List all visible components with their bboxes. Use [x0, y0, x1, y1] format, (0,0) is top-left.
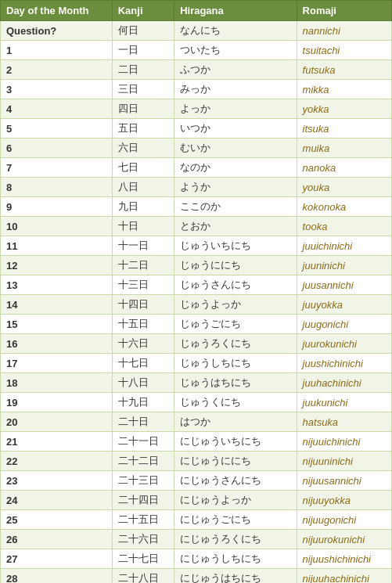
table-row: 22二十二日にじゅうににちnijuuninichi: [1, 452, 392, 471]
cell-romaji: nijuurokunichi: [297, 530, 391, 549]
table-row: 14十四日じゅうよっかjuuyokka: [1, 295, 392, 315]
cell-day: 13: [1, 275, 113, 295]
header-romaji: Romaji: [297, 1, 391, 21]
cell-kanji: 何日: [112, 21, 174, 41]
cell-hiragana: じゅうはちにち: [174, 373, 297, 393]
table-row: 25二十五日にじゅうごにちnijuugonichi: [1, 510, 392, 530]
cell-hiragana: じゅうごにち: [174, 315, 297, 334]
cell-romaji: mikka: [297, 80, 391, 99]
cell-day: 1: [1, 41, 113, 60]
cell-romaji: yokka: [297, 99, 391, 119]
header-hiragana: Hiragana: [174, 1, 297, 21]
cell-kanji: 七日: [112, 158, 174, 178]
cell-romaji: tooka: [297, 217, 391, 236]
table-row: 26二十六日にじゅうろくにちnijuurokunichi: [1, 530, 392, 549]
cell-kanji: 八日: [112, 178, 174, 197]
cell-kanji: 十六日: [112, 334, 174, 354]
cell-romaji: hatsuka: [297, 412, 391, 432]
table-row: 15十五日じゅうごにちjuugonichi: [1, 315, 392, 334]
cell-hiragana: じゅうににち: [174, 256, 297, 275]
cell-hiragana: じゅうしちにち: [174, 354, 297, 373]
cell-romaji: nannichi: [297, 21, 391, 41]
cell-romaji: nijuuyokka: [297, 491, 391, 510]
cell-kanji: 二十五日: [112, 510, 174, 530]
cell-kanji: 十二日: [112, 256, 174, 275]
cell-hiragana: じゅうさんにち: [174, 275, 297, 295]
cell-kanji: 九日: [112, 197, 174, 217]
cell-day: 2: [1, 60, 113, 80]
cell-hiragana: じゅういちにち: [174, 236, 297, 256]
cell-day: 20: [1, 412, 113, 432]
cell-hiragana: じゅうろくにち: [174, 334, 297, 354]
cell-day: 14: [1, 295, 113, 315]
cell-romaji: futsuka: [297, 60, 391, 80]
cell-day: 11: [1, 236, 113, 256]
cell-hiragana: はつか: [174, 412, 297, 432]
cell-day: 27: [1, 549, 113, 569]
table-header-row: Day of the Month Kanji Hiragana Romaji: [1, 1, 392, 21]
table-row: 23二十三日にじゅうさんにちnijuusannichi: [1, 471, 392, 491]
cell-kanji: 十九日: [112, 393, 174, 412]
cell-day: 16: [1, 334, 113, 354]
cell-hiragana: ふつか: [174, 60, 297, 80]
table-row: 18十八日じゅうはちにちjuuhachinichi: [1, 373, 392, 393]
table-row: 5五日いつかitsuka: [1, 119, 392, 139]
cell-romaji: juukunichi: [297, 393, 391, 412]
cell-kanji: 十四日: [112, 295, 174, 315]
cell-romaji: juusannichi: [297, 275, 391, 295]
cell-day: 18: [1, 373, 113, 393]
cell-kanji: 五日: [112, 119, 174, 139]
table-row: 3三日みっかmikka: [1, 80, 392, 99]
cell-day: 23: [1, 471, 113, 491]
cell-romaji: kokonoka: [297, 197, 391, 217]
cell-hiragana: なのか: [174, 158, 297, 178]
cell-day: Question?: [1, 21, 113, 41]
table-row: 20二十日はつかhatsuka: [1, 412, 392, 432]
cell-kanji: 六日: [112, 139, 174, 158]
cell-day: 7: [1, 158, 113, 178]
cell-romaji: juurokunichi: [297, 334, 391, 354]
table-row: 28二十八日にじゅうはちにちnijuuhachinichi: [1, 569, 392, 584]
table-row: 7七日なのかnanoka: [1, 158, 392, 178]
table-row: 11十一日じゅういちにちjuuichinichi: [1, 236, 392, 256]
cell-day: 12: [1, 256, 113, 275]
cell-day: 25: [1, 510, 113, 530]
cell-romaji: youka: [297, 178, 391, 197]
cell-kanji: 二十六日: [112, 530, 174, 549]
cell-hiragana: にじゅうごにち: [174, 510, 297, 530]
cell-romaji: tsuitachi: [297, 41, 391, 60]
cell-kanji: 二日: [112, 60, 174, 80]
cell-day: 10: [1, 217, 113, 236]
cell-romaji: nijuuhachinichi: [297, 569, 391, 584]
header-kanji: Kanji: [112, 1, 174, 21]
cell-romaji: nanoka: [297, 158, 391, 178]
table-row: 24二十四日にじゅうよっかnijuuyokka: [1, 491, 392, 510]
table-row: 19十九日じゅうくにちjuukunichi: [1, 393, 392, 412]
cell-kanji: 二十八日: [112, 569, 174, 584]
cell-romaji: nijuuichinichi: [297, 432, 391, 452]
cell-hiragana: ここのか: [174, 197, 297, 217]
cell-kanji: 四日: [112, 99, 174, 119]
cell-hiragana: なんにち: [174, 21, 297, 41]
cell-kanji: 三日: [112, 80, 174, 99]
cell-hiragana: にじゅうよっか: [174, 491, 297, 510]
table-row: 1一日ついたちtsuitachi: [1, 41, 392, 60]
cell-day: 19: [1, 393, 113, 412]
cell-day: 24: [1, 491, 113, 510]
cell-day: 4: [1, 99, 113, 119]
cell-day: 15: [1, 315, 113, 334]
cell-romaji: juuninichi: [297, 256, 391, 275]
cell-hiragana: むいか: [174, 139, 297, 158]
table-row: 4四日よっかyokka: [1, 99, 392, 119]
cell-kanji: 二十一日: [112, 432, 174, 452]
cell-kanji: 十三日: [112, 275, 174, 295]
days-of-month-table: Day of the Month Kanji Hiragana Romaji Q…: [0, 0, 392, 583]
cell-romaji: juushichinichi: [297, 354, 391, 373]
cell-day: 9: [1, 197, 113, 217]
cell-kanji: 二十四日: [112, 491, 174, 510]
cell-kanji: 十一日: [112, 236, 174, 256]
table-row: 13十三日じゅうさんにちjuusannichi: [1, 275, 392, 295]
cell-kanji: 二十日: [112, 412, 174, 432]
cell-romaji: nijuushichinichi: [297, 549, 391, 569]
cell-hiragana: よっか: [174, 99, 297, 119]
